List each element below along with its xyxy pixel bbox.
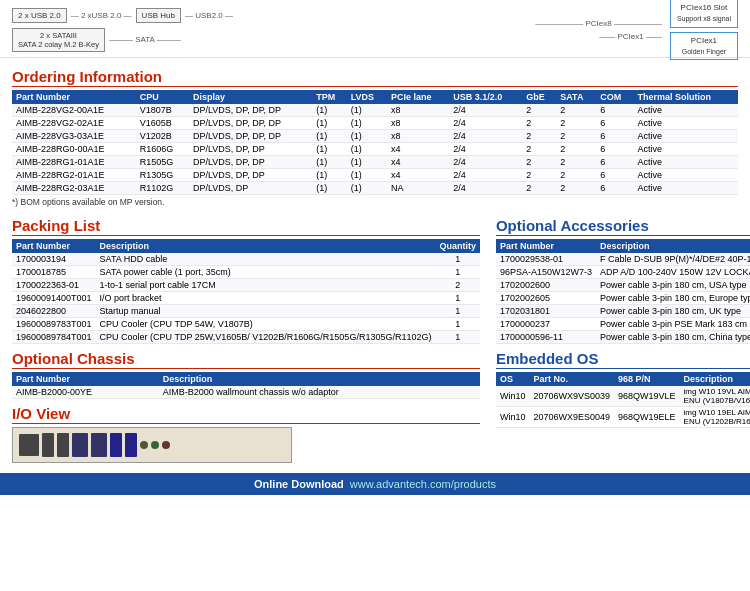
os-col: Part No. bbox=[529, 372, 614, 386]
acc-cell: 1702002600 bbox=[496, 279, 596, 292]
ordering-cell: x8 bbox=[387, 130, 449, 143]
chassis-cell: AIMB-B2000 wallmount chassis w/o adaptor bbox=[159, 386, 480, 399]
packing-cell: 1 bbox=[435, 253, 480, 266]
ordering-row: AIMB-228RG2-01A1ER1305GDP/LVDS, DP, DP(1… bbox=[12, 169, 738, 182]
ordering-cell: (1) bbox=[312, 182, 347, 195]
ordering-row: AIMB-228RG2-03A1ER1102GDP/LVDS, DP(1)(1)… bbox=[12, 182, 738, 195]
acc-col: Part Number bbox=[496, 239, 596, 253]
ordering-cell: AIMB-228VG2-02A1E bbox=[12, 117, 136, 130]
bottom-bar: Online Download www.advantech.com/produc… bbox=[0, 473, 750, 495]
packing-cell: SATA HDD cable bbox=[96, 253, 436, 266]
acc-cell: Power cable 3-pin 180 cm, USA type bbox=[596, 279, 750, 292]
acc-row: 96PSA-A150W12W7-3ADP A/D 100-240V 150W 1… bbox=[496, 266, 750, 279]
ordering-title: Ordering Information bbox=[12, 68, 738, 87]
packing-cell: 1700003194 bbox=[12, 253, 96, 266]
packing-cell: 1 bbox=[435, 318, 480, 331]
ordering-cell: DP/LVDS, DP, DP, DP bbox=[189, 104, 312, 117]
packing-cell: 1700018785 bbox=[12, 266, 96, 279]
ordering-cell: (1) bbox=[312, 130, 347, 143]
ordering-cell: Active bbox=[633, 130, 738, 143]
ordering-cell: (1) bbox=[347, 104, 387, 117]
acc-cell: 96PSA-A150W12W7-3 bbox=[496, 266, 596, 279]
os-col: Description bbox=[680, 372, 750, 386]
diag-sata: 2 x SATAIIISATA 2 colay M.2 B-Key bbox=[12, 28, 105, 52]
serial-port bbox=[19, 434, 39, 456]
packing-cell: Startup manual bbox=[96, 305, 436, 318]
ordering-cell: 2 bbox=[522, 143, 556, 156]
packing-cell: SATA power cable (1 port, 35cm) bbox=[96, 266, 436, 279]
ordering-cell: (1) bbox=[347, 182, 387, 195]
ordering-cell: 2 bbox=[522, 104, 556, 117]
bottom-url: www.advantech.com/products bbox=[350, 478, 496, 490]
ordering-cell: 2 bbox=[522, 156, 556, 169]
ordering-cell: x8 bbox=[387, 117, 449, 130]
bottom-label: Online Download bbox=[254, 478, 344, 490]
packing-row: 1700003194SATA HDD cable1 bbox=[12, 253, 480, 266]
ordering-cell: Active bbox=[633, 169, 738, 182]
acc-cell: 1702031801 bbox=[496, 305, 596, 318]
ordering-cell: (1) bbox=[312, 169, 347, 182]
io-view-title: I/O View bbox=[12, 405, 480, 424]
ordering-cell: 6 bbox=[596, 156, 633, 169]
eth-port-2 bbox=[91, 433, 107, 457]
ordering-cell: Active bbox=[633, 143, 738, 156]
ordering-cell: DP/LVDS, DP, DP, DP bbox=[189, 130, 312, 143]
acc-row: 1700029538-01F Cable D-SUB 9P(M)*/4/DE#2… bbox=[496, 253, 750, 266]
usb-port-2 bbox=[57, 433, 69, 457]
ordering-cell: V1807B bbox=[136, 104, 189, 117]
packing-cell: 19600091400T001 bbox=[12, 292, 96, 305]
usb-port-4 bbox=[125, 433, 137, 457]
ordering-cell: 2 bbox=[522, 182, 556, 195]
chassis-row: AIMB-B2000-00YEAIMB-B2000 wallmount chas… bbox=[12, 386, 480, 399]
ordering-cell: 2 bbox=[522, 169, 556, 182]
ordering-cell: x8 bbox=[387, 104, 449, 117]
ordering-cell: 2/4 bbox=[449, 104, 522, 117]
ordering-col-sata: SATA bbox=[556, 90, 596, 104]
accessories-table: Part NumberDescription 1700029538-01F Ca… bbox=[496, 239, 750, 344]
packing-row: 19600091400T001I/O port bracket1 bbox=[12, 292, 480, 305]
os-cell: 20706WX9ES0049 bbox=[529, 407, 614, 428]
ordering-cell: (1) bbox=[312, 143, 347, 156]
ordering-cell: x4 bbox=[387, 143, 449, 156]
acc-row: 1700000237Power cable 3-pin PSE Mark 183… bbox=[496, 318, 750, 331]
col-right: Optional Accessories Part NumberDescript… bbox=[496, 211, 750, 463]
ordering-cell: 2 bbox=[522, 117, 556, 130]
ordering-cell: DP/LVDS, DP bbox=[189, 182, 312, 195]
ordering-cell: 2 bbox=[556, 130, 596, 143]
ordering-cell: x4 bbox=[387, 156, 449, 169]
packing-cell: 1 bbox=[435, 331, 480, 344]
io-view-section: I/O View bbox=[12, 405, 480, 463]
embedded-os-title: Embedded OS bbox=[496, 350, 750, 369]
os-cell: 20706WX9VS0039 bbox=[529, 386, 614, 407]
diag-pcie16: PCIex16 SlotSupport x8 signal bbox=[670, 0, 738, 28]
ordering-cell: AIMB-228RG0-00A1E bbox=[12, 143, 136, 156]
ordering-cell: (1) bbox=[312, 156, 347, 169]
ordering-col-com: COM bbox=[596, 90, 633, 104]
ordering-note: *) BOM options available on MP version. bbox=[12, 197, 738, 207]
os-table: OSPart No.968 P/NDescription Win1020706W… bbox=[496, 372, 750, 428]
ordering-section: Ordering Information Part NumberCPUDispl… bbox=[12, 68, 738, 207]
ordering-cell: (1) bbox=[347, 117, 387, 130]
ordering-cell: (1) bbox=[312, 104, 347, 117]
ordering-col-thermal-solution: Thermal Solution bbox=[633, 90, 738, 104]
os-cell: img W10 19EL AIMB-228 64b 1809 ENU (V120… bbox=[680, 407, 750, 428]
ordering-cell: V1202B bbox=[136, 130, 189, 143]
ordering-cell: V1605B bbox=[136, 117, 189, 130]
packing-cell: 19600089784T001 bbox=[12, 331, 96, 344]
ordering-cell: 2/4 bbox=[449, 182, 522, 195]
ordering-cell: 6 bbox=[596, 117, 633, 130]
acc-cell: Power cable 3-pin PSE Mark 183 cm bbox=[596, 318, 750, 331]
ordering-cell: 2 bbox=[556, 169, 596, 182]
main-content: Ordering Information Part NumberCPUDispl… bbox=[0, 58, 750, 467]
packing-row: 2046022800Startup manual1 bbox=[12, 305, 480, 318]
ordering-cell: R1505G bbox=[136, 156, 189, 169]
ordering-row: AIMB-228VG2-02A1EV1605BDP/LVDS, DP, DP, … bbox=[12, 117, 738, 130]
ordering-cell: AIMB-228RG2-03A1E bbox=[12, 182, 136, 195]
eth-port-1 bbox=[72, 433, 88, 457]
diag-hub: USB Hub bbox=[136, 8, 181, 23]
chassis-table: Part NumberDescription AIMB-B2000-00YEAI… bbox=[12, 372, 480, 399]
ordering-cell: (1) bbox=[347, 156, 387, 169]
ordering-cell: R1102G bbox=[136, 182, 189, 195]
acc-col: Description bbox=[596, 239, 750, 253]
ordering-col-gbe: GbE bbox=[522, 90, 556, 104]
